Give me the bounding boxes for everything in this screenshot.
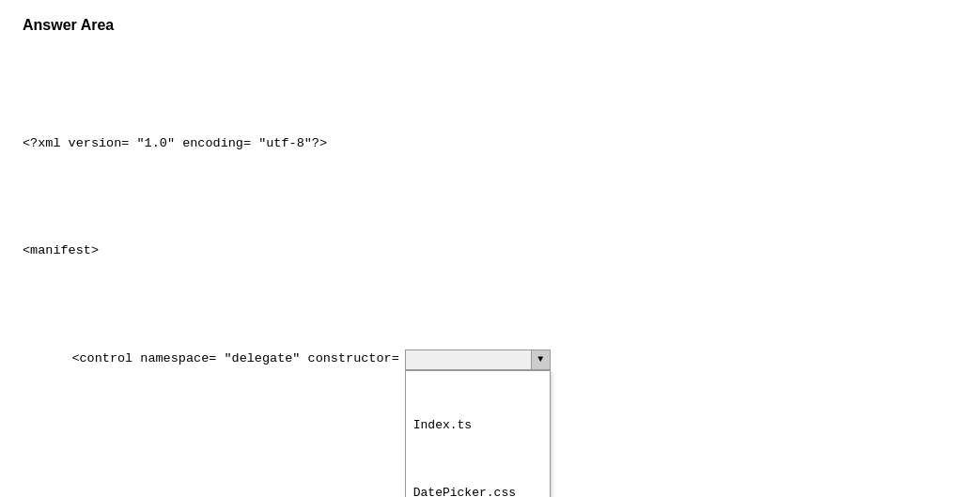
code-text-1: <?xml version= "1.0" encoding= "utf-8"?> [23,133,327,155]
dropdown1[interactable]: ▼ [405,349,551,370]
dropdown1-option-1[interactable]: DatePicker.css [406,481,550,497]
dropdown1-arrow-icon: ▼ [531,350,550,369]
dropdown1-option-0[interactable]: Index.ts [406,413,550,438]
answer-area-container: Answer Area <?xml version= "1.0" encodin… [23,17,957,497]
code-block: <?xml version= "1.0" encoding= "utf-8"?>… [23,47,957,497]
code-line-3: <control namespace= "delegate" construct… [41,349,957,370]
code-line-2: <manifest> [23,241,957,262]
dropdown1-options: Index.ts DatePicker.css AdultDatePicker [405,370,551,497]
dropdown1-label [406,350,531,369]
code-text-2: <manifest> [23,241,99,262]
code-text-3: <control namespace= "delegate" construct… [41,349,399,370]
answer-area-title: Answer Area [23,17,957,34]
dropdown1-wrapper: ▼ Index.ts DatePicker.css AdultDatePicke… [405,349,551,370]
code-line-1: <?xml version= "1.0" encoding= "utf-8"?> [23,133,957,155]
